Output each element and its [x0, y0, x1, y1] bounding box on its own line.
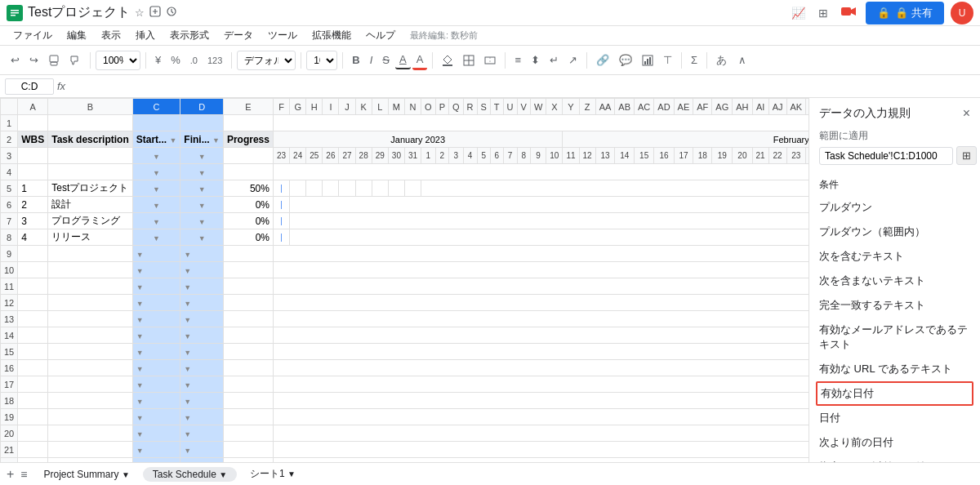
bold-button[interactable]: B: [348, 51, 363, 69]
cell-C3[interactable]: ▼: [132, 148, 180, 164]
col-header-X[interactable]: X: [546, 99, 563, 115]
cell-B6[interactable]: 設計: [48, 197, 132, 213]
cell-D1[interactable]: [180, 115, 224, 131]
tab-project-summary[interactable]: Project Summary ▼: [34, 467, 140, 482]
cell-E3[interactable]: [223, 148, 273, 164]
col-header-R[interactable]: R: [463, 99, 477, 115]
range-grid-button[interactable]: ⊞: [956, 146, 977, 165]
col-header-AE[interactable]: AE: [674, 99, 693, 115]
cell-E2[interactable]: Progress: [223, 131, 273, 148]
tab-task-schedule[interactable]: Task Schedule ▼: [143, 467, 237, 482]
cell-D8[interactable]: ▼: [180, 229, 224, 246]
col-header-C[interactable]: C: [132, 99, 180, 115]
font-style-button[interactable]: あ: [712, 51, 731, 70]
menu-help[interactable]: ヘルプ: [359, 27, 402, 44]
cell-E4[interactable]: [223, 164, 273, 180]
col-header-D[interactable]: D: [180, 99, 224, 115]
percent-button[interactable]: %: [167, 51, 185, 69]
merge-button[interactable]: [480, 52, 500, 69]
condition-item-date[interactable]: 日付: [809, 406, 980, 430]
cell-A6[interactable]: 2: [18, 197, 48, 213]
grid-view-icon[interactable]: ⊞: [815, 5, 831, 21]
cell-B3[interactable]: [48, 148, 132, 164]
condition-item-valid-date[interactable]: 有効な日付: [816, 381, 973, 406]
condition-item-on-before-date[interactable]: 指定した日以前の日付: [809, 455, 980, 462]
col-header-B[interactable]: B: [48, 99, 132, 115]
cell-A5[interactable]: 1: [18, 180, 48, 197]
cell-E5[interactable]: 50%: [223, 180, 273, 197]
zoom-select[interactable]: 100%75%125%: [96, 51, 140, 70]
col-header-S[interactable]: S: [477, 99, 490, 115]
cell-C4[interactable]: ▼: [132, 164, 180, 180]
cell-A2[interactable]: WBS: [18, 131, 48, 148]
menu-format[interactable]: 表示形式: [163, 27, 216, 44]
condition-item-before-date[interactable]: 次より前の日付: [809, 430, 980, 455]
cell-C1[interactable]: [132, 115, 180, 131]
condition-item-valid-email[interactable]: 有効なメールアドレスであるテキスト: [809, 318, 980, 357]
cell-A1[interactable]: [18, 115, 48, 131]
menu-data[interactable]: データ: [217, 27, 260, 44]
col-header-W[interactable]: W: [530, 99, 546, 115]
cell-C8[interactable]: ▼: [132, 229, 180, 246]
col-header-P[interactable]: P: [435, 99, 448, 115]
col-header-G[interactable]: G: [290, 99, 306, 115]
toolbar-collapse-button[interactable]: ∧: [734, 51, 751, 69]
cell-D7[interactable]: ▼: [180, 213, 224, 229]
currency-button[interactable]: ¥: [151, 51, 165, 69]
condition-item-exact-text[interactable]: 完全一致するテキスト: [809, 293, 980, 318]
rotate-button[interactable]: ↗: [564, 51, 581, 69]
gantt-row4[interactable]: [273, 164, 808, 180]
cell-reference-input[interactable]: [5, 78, 54, 95]
cell-A4[interactable]: [18, 164, 48, 180]
col-header-M[interactable]: M: [388, 99, 404, 115]
cell-B5[interactable]: Testプロジェクト: [48, 180, 132, 197]
col-header-N[interactable]: N: [404, 99, 421, 115]
cell-C5[interactable]: ▼: [132, 180, 180, 197]
cell-C2[interactable]: Start... ▼: [132, 131, 180, 148]
cell-A7[interactable]: 3: [18, 213, 48, 229]
col-header-Y[interactable]: Y: [563, 99, 579, 115]
cell-B1[interactable]: [48, 115, 132, 131]
cell-D6[interactable]: ▼: [180, 197, 224, 213]
fill-color-button[interactable]: [438, 52, 457, 69]
menu-edit[interactable]: 編集: [60, 27, 93, 44]
comment-button[interactable]: 💬: [615, 51, 636, 69]
cell-A8[interactable]: 4: [18, 229, 48, 246]
cell-D2[interactable]: Fini... ▼: [180, 131, 224, 148]
col-header-V[interactable]: V: [517, 99, 530, 115]
col-header-AC[interactable]: AC: [635, 99, 654, 115]
tab-sheet1[interactable]: シート1 ▼: [240, 465, 305, 483]
filter-button[interactable]: ⊤: [659, 51, 676, 69]
chart-icon[interactable]: 📈: [788, 5, 808, 21]
cell-B2[interactable]: Task description: [48, 131, 132, 148]
history-icon[interactable]: [166, 6, 177, 20]
condition-item-pulldown-range[interactable]: プルダウン（範囲内）: [809, 220, 980, 244]
col-header-Z[interactable]: Z: [579, 99, 595, 115]
condition-item-valid-url[interactable]: 有効な URL であるテキスト: [809, 357, 980, 381]
cell-D3[interactable]: ▼: [180, 148, 224, 164]
col-header-AB[interactable]: AB: [615, 99, 635, 115]
col-header-K[interactable]: K: [355, 99, 372, 115]
col-header-I[interactable]: I: [323, 99, 339, 115]
strikethrough-button[interactable]: S: [378, 51, 394, 69]
col-header-E[interactable]: E: [223, 99, 273, 115]
undo-button[interactable]: ↩: [7, 51, 24, 69]
more-formats-button[interactable]: 123: [203, 53, 226, 68]
col-header-AI[interactable]: AI: [752, 99, 768, 115]
dec-button[interactable]: .0: [186, 53, 202, 68]
col-header-T[interactable]: T: [490, 99, 503, 115]
halign-button[interactable]: ≡: [510, 51, 525, 69]
cell-E8[interactable]: 0%: [223, 229, 273, 246]
scroll-container[interactable]: A B C D E F G H I J K L M N O: [0, 98, 808, 462]
paint-format-button[interactable]: [65, 52, 85, 69]
condition-item-pulldown[interactable]: プルダウン: [809, 195, 980, 220]
col-header-AF[interactable]: AF: [693, 99, 712, 115]
wrap-button[interactable]: ↵: [546, 51, 563, 69]
cell-C6[interactable]: ▼: [132, 197, 180, 213]
cell-D4[interactable]: ▼: [180, 164, 224, 180]
meet-icon[interactable]: [838, 4, 859, 21]
col-header-AG[interactable]: AG: [712, 99, 733, 115]
col-header-AA[interactable]: AA: [595, 99, 615, 115]
menu-file[interactable]: ファイル: [7, 27, 59, 44]
col-header-AD[interactable]: AD: [654, 99, 674, 115]
